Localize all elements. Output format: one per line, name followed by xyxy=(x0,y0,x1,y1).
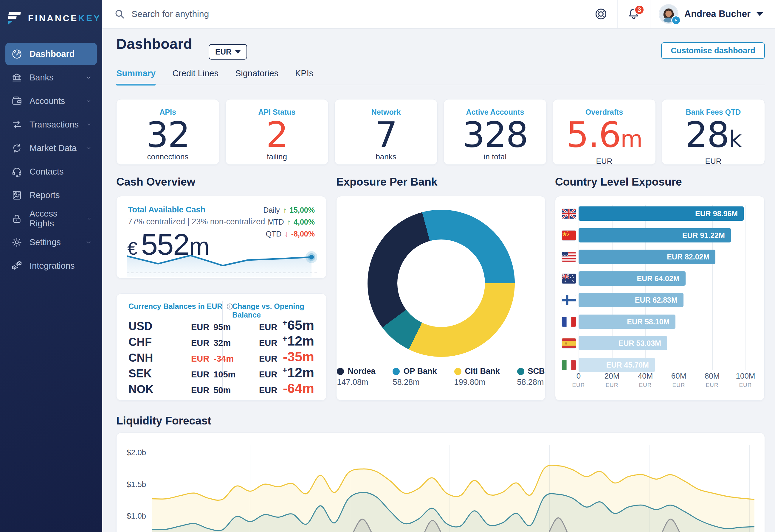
lock-icon xyxy=(11,213,22,224)
sidebar-item-label: Settings xyxy=(29,237,61,247)
bar-value-label: EUR 98.96M xyxy=(695,206,738,221)
sidebar-item-dashboard[interactable]: Dashboard xyxy=(5,43,97,65)
exposure-bar: EUR 45.70M xyxy=(579,358,655,372)
flag-it-icon xyxy=(562,360,576,370)
flag-fr-icon xyxy=(562,317,576,327)
legend-dot xyxy=(454,368,462,375)
sidebar-item-contacts[interactable]: Contacts xyxy=(5,161,97,183)
tab-kpis[interactable]: KPIs xyxy=(295,69,313,85)
sidebar: FINANCEKEY DashboardBanksAccountsTransac… xyxy=(0,0,102,532)
sidebar-item-label: Dashboard xyxy=(29,49,74,59)
search-input[interactable]: Search for anything xyxy=(102,9,585,19)
page-title: Dashboard xyxy=(116,36,192,52)
legend-value: 199.80m xyxy=(454,378,500,387)
sidebar-item-reports[interactable]: Reports xyxy=(5,184,97,206)
customise-dashboard-button[interactable]: Customise dashboard xyxy=(661,42,765,59)
section-title-liquidity-forecast: Liquidity Forecast xyxy=(116,415,211,427)
tab-signatories[interactable]: Signatories xyxy=(235,69,278,85)
legend-label: Nordea xyxy=(347,367,375,376)
cash-stat-daily: Daily↑15,00% xyxy=(263,206,315,214)
currency-code: CNH xyxy=(128,351,153,364)
x-axis-tick: 20MEUR xyxy=(605,371,620,388)
legend-dot xyxy=(517,368,524,375)
brand-name: FINANCEKEY xyxy=(28,13,101,23)
arrow-down-icon: ↓ xyxy=(284,230,288,238)
bar-value-label: EUR 91.22M xyxy=(682,228,725,242)
liquidity-forecast-card: $2.0b$1.5b$1.0b xyxy=(116,433,765,532)
help-button[interactable] xyxy=(585,0,617,28)
topbar-actions: 3 Andrea Bucher xyxy=(585,0,775,28)
brand-logo[interactable]: FINANCEKEY xyxy=(0,0,102,29)
legend-item-citi-bank: Citi Bank199.80m xyxy=(454,367,500,387)
bar-value-label: EUR 62.83M xyxy=(635,293,678,307)
arrow-up-icon: ↑ xyxy=(287,218,291,226)
kpi-card-api-status: API Status2failing xyxy=(225,99,328,165)
bar-value-label: EUR 82.02M xyxy=(667,250,709,264)
arrow-up-icon: ↑ xyxy=(283,206,287,214)
cubes-icon xyxy=(11,260,22,271)
currency-row-nok: NOKEUR50mEUR-64m xyxy=(116,382,326,398)
cash-stat-qtd: QTD↓-8,00% xyxy=(263,230,315,238)
kpi-card-apis: APIs32connections xyxy=(116,99,219,165)
kpi-sub-label: banks xyxy=(335,152,437,161)
topbar: Search for anything 3 xyxy=(102,0,775,29)
exposure-bar: EUR 91.22M xyxy=(579,228,731,242)
flag-uk-icon xyxy=(562,209,576,219)
currency-balance: EUR95m xyxy=(191,322,231,332)
sidebar-item-transactions[interactable]: Transactions xyxy=(5,113,97,136)
exposure-bar: EUR 82.02M xyxy=(579,250,715,264)
sidebar-item-settings[interactable]: Settings xyxy=(5,231,97,253)
flag-au-icon xyxy=(562,274,576,284)
change-value: +12m xyxy=(282,333,314,349)
sidebar-item-market-data[interactable]: Market Data xyxy=(5,137,97,159)
kpi-sub-label: in total xyxy=(444,152,546,161)
currency-balance: EUR32m xyxy=(191,338,231,348)
change-value: -35m xyxy=(283,349,314,365)
legend-dot xyxy=(337,368,344,375)
legend-value: 58.28m xyxy=(517,378,545,387)
sidebar-item-integrations[interactable]: Integrations xyxy=(5,255,97,277)
chevron-down-icon xyxy=(235,50,240,54)
kpi-value: 32 xyxy=(116,117,219,152)
sidebar-item-accounts[interactable]: Accounts xyxy=(5,90,97,112)
legend-value: 147.08m xyxy=(337,378,375,387)
currency-row-usd: USDEUR95mEUR+65m xyxy=(116,319,326,335)
bar-value-label: EUR 45.70M xyxy=(606,358,649,372)
bar-row-finland: EUR 62.83M xyxy=(555,293,765,307)
cash-trend-stats: Daily↑15,00%MTD↑4,00%QTD↓-8,00% xyxy=(263,206,315,242)
brand-logo-icon xyxy=(8,11,23,25)
chevron-down-icon xyxy=(85,97,92,105)
currency-balance: EUR50m xyxy=(191,385,231,395)
currency-code: SEK xyxy=(128,367,152,380)
currency-code: USD xyxy=(128,320,152,333)
legend-label: Citi Bank xyxy=(465,367,500,376)
gear-icon xyxy=(11,237,22,248)
kpi-card-overdrafts: Overdrafts5.6mEUR xyxy=(553,99,656,165)
sidebar-item-label: Market Data xyxy=(29,143,77,153)
currency-row-chf: CHFEUR32mEUR+12m xyxy=(116,335,326,350)
flag-us-icon xyxy=(562,252,576,262)
app-root: FINANCEKEY DashboardBanksAccountsTransac… xyxy=(0,0,775,532)
tab-credit-lines[interactable]: Credit Lines xyxy=(172,69,218,85)
total-available-cash-title: Total Available Cash xyxy=(128,205,205,214)
bar-row-spain: EUR 53.03M xyxy=(555,336,765,350)
sidebar-item-banks[interactable]: Banks xyxy=(5,66,97,88)
change-value: +65m xyxy=(282,318,314,333)
y-axis-label: $2.0b xyxy=(127,448,146,457)
sidebar-item-label: Reports xyxy=(29,190,60,200)
kpi-value: 5.6m xyxy=(553,117,656,157)
currency-selector[interactable]: EUR xyxy=(209,44,247,60)
bar-value-label: EUR 58.10M xyxy=(627,315,670,329)
sync-icon xyxy=(11,143,22,154)
tab-summary[interactable]: Summary xyxy=(116,69,156,85)
notifications-button[interactable]: 3 xyxy=(618,0,650,28)
kpi-sub-label: connections xyxy=(116,152,219,161)
user-menu[interactable]: Andrea Bucher xyxy=(650,4,775,24)
exposure-bar: EUR 64.02M xyxy=(579,271,686,286)
sidebar-item-access-rights[interactable]: Access Rights xyxy=(5,208,97,230)
sidebar-item-label: Accounts xyxy=(29,96,65,106)
bar-value-label: EUR 53.03M xyxy=(619,336,661,350)
exposure-bar: EUR 53.03M xyxy=(579,336,667,350)
bar-row-united-kingdom: EUR 98.96M xyxy=(555,206,765,221)
sidebar-item-label: Contacts xyxy=(29,167,63,177)
